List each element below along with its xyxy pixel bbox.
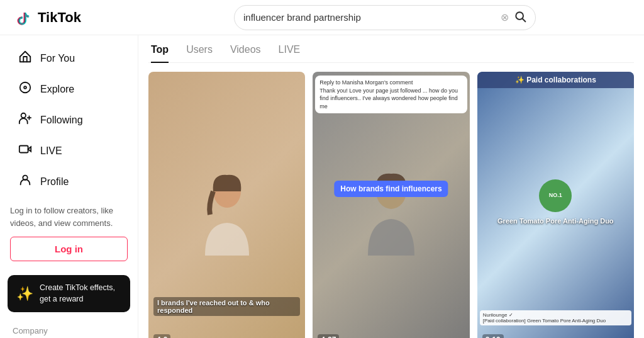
tab-videos[interactable]: Videos — [230, 44, 261, 63]
video-thumbnail-3: ✨ Paid collaborations NO.1 Green Tomato … — [477, 72, 634, 338]
svg-rect-6 — [19, 146, 28, 153]
video-overlay-label-2: How brands find influencers — [334, 181, 448, 197]
compass-icon — [18, 81, 33, 98]
sidebar-item-following[interactable]: Following — [5, 105, 133, 135]
sidebar-item-live[interactable]: LIVE — [5, 136, 133, 166]
company-label: Company — [0, 318, 138, 338]
sidebar: For You Explore Following — [0, 35, 138, 338]
svg-point-4 — [24, 86, 26, 89]
tab-top[interactable]: Top — [151, 44, 169, 63]
search-icon — [514, 10, 526, 23]
login-button[interactable]: Log in — [10, 237, 128, 261]
comment-bubble-2: Reply to Manisha Morgan's commentThank y… — [315, 76, 467, 113]
video-card-3[interactable]: ✨ Paid collaborations NO.1 Green Tomato … — [477, 72, 634, 338]
video-date-3: 2-19 — [482, 334, 504, 338]
svg-line-2 — [523, 19, 526, 22]
search-bar: ⊗ — [234, 5, 536, 30]
search-clear-icon[interactable]: ⊗ — [501, 11, 509, 23]
svg-point-3 — [20, 82, 31, 93]
video-thumbnail-2: Reply to Manisha Morgan's commentThank y… — [313, 72, 469, 338]
following-icon — [18, 111, 33, 128]
sidebar-label-for-you: For You — [40, 53, 75, 64]
product-title-3: Green Tomato Pore Anti-Aging Duo — [497, 217, 614, 225]
tab-bar: Top Users Videos LIVE — [148, 35, 634, 63]
logo-area: TikTok — [13, 8, 138, 28]
no1-badge: NO.1 — [539, 179, 572, 212]
video-card-1[interactable]: I brands I've reached out to & who respo… — [148, 72, 305, 338]
sidebar-label-explore: Explore — [40, 84, 74, 95]
effects-text: Create TikTok effects, get a reward — [40, 283, 115, 305]
sidebar-item-profile[interactable]: Profile — [5, 167, 133, 196]
sidebar-item-explore[interactable]: Explore — [5, 74, 133, 104]
tab-live[interactable]: LIVE — [279, 44, 301, 63]
video-date-2: 4-27 — [318, 334, 339, 338]
header: TikTok ⊗ — [0, 0, 644, 35]
create-effects-banner[interactable]: ✨ Create TikTok effects, get a reward — [8, 275, 130, 312]
video-card-2[interactable]: Reply to Manisha Morgan's commentThank y… — [313, 72, 469, 338]
effects-icon: ✨ — [16, 286, 33, 302]
main-layout: For You Explore Following — [0, 35, 644, 338]
logo-text: TikTok — [38, 9, 81, 26]
login-section: Log in to follow creators, like videos, … — [0, 197, 138, 269]
main-content: Top Users Videos LIVE — [138, 35, 644, 338]
login-description: Log in to follow creators, like videos, … — [10, 205, 128, 229]
video-brand-overlay-1: I brands I've reached out to & who respo… — [153, 297, 300, 316]
tiktok-logo-icon — [13, 8, 33, 28]
video-grid: I brands I've reached out to & who respo… — [148, 72, 634, 338]
sidebar-label-profile: Profile — [40, 176, 69, 188]
search-input[interactable] — [243, 12, 501, 23]
live-icon — [18, 142, 33, 159]
tab-users[interactable]: Users — [186, 44, 213, 63]
search-button[interactable] — [514, 10, 526, 25]
svg-point-5 — [21, 113, 26, 118]
video-date-1: 4-9 — [153, 334, 170, 338]
video-thumbnail-1: I brands I've reached out to & who respo… — [148, 72, 305, 338]
sidebar-label-following: Following — [40, 115, 83, 126]
home-icon — [18, 50, 33, 67]
paid-collab-badge: ✨ Paid collaborations — [477, 72, 634, 88]
nurilounge-info: Nurilounge ✓[Paid collaboration] Green T… — [480, 310, 631, 325]
profile-icon — [18, 173, 33, 190]
sidebar-item-for-you[interactable]: For You — [5, 43, 133, 73]
sidebar-label-live: LIVE — [40, 145, 62, 157]
